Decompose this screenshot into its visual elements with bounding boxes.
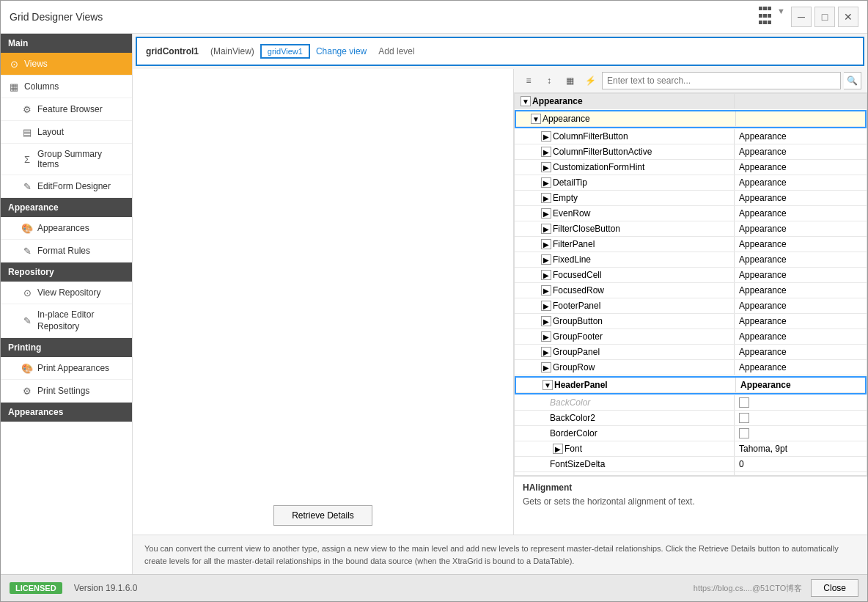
prop-row-columnfilterbutton[interactable]: ▶ ColumnFilterButton Appearance <box>515 129 867 144</box>
prop-row-empty[interactable]: ▶ Empty Appearance <box>515 191 867 206</box>
prop-row-evenrow[interactable]: ▶ EvenRow Appearance <box>515 206 867 221</box>
sidebar-item-columns[interactable]: ▦ Columns <box>1 76 132 98</box>
licensed-badge: LICENSED <box>10 582 62 594</box>
prop-row-fixedline[interactable]: ▶ FixedLine Appearance <box>515 252 867 268</box>
desc-title: HAlignment <box>523 482 858 493</box>
appearance-expand-btn[interactable]: ▼ <box>531 114 541 124</box>
close-title-button[interactable]: ✕ <box>838 7 858 27</box>
sidebar-item-layout[interactable]: ▤ Layout <box>1 121 132 144</box>
appearance-row[interactable]: ▼ Appearance <box>516 111 865 127</box>
change-view-link[interactable]: Change view <box>316 46 367 56</box>
prop-row-grouppanel[interactable]: ▶ GroupPanel Appearance <box>515 345 867 360</box>
expand-btn-13[interactable]: ▶ <box>541 316 551 326</box>
view-repository-label: View Repository <box>37 287 100 298</box>
expand-btn[interactable]: ▶ <box>541 131 551 142</box>
expand-btn-6[interactable]: ▶ <box>541 208 551 219</box>
expand-btn-11[interactable]: ▶ <box>541 285 551 296</box>
expand-btn-16[interactable]: ▶ <box>541 362 551 372</box>
prop-row-font[interactable]: ▶ Font Tahoma, 9pt <box>515 441 867 457</box>
prop-row-fontsizedelta[interactable]: FontSizeDelta 0 <box>515 457 867 472</box>
search-input[interactable] <box>602 72 841 89</box>
expand-btn-9[interactable]: ▶ <box>541 254 551 265</box>
sort-alpha-button[interactable]: ≡ <box>520 72 537 89</box>
view-repository-icon: ⊙ <box>21 287 33 298</box>
format-rules-icon: ✎ <box>21 245 33 257</box>
main-section-header[interactable]: Main <box>1 34 132 53</box>
prop-row-focusedcell[interactable]: ▶ FocusedCell Appearance <box>515 268 867 283</box>
repository-section-header[interactable]: Repository <box>1 263 132 282</box>
prop-row-backcolor2[interactable]: BackColor2 <box>515 411 867 426</box>
category-expand[interactable]: ▼ Appearance <box>515 94 735 109</box>
prop-row-footerpanel[interactable]: ▶ FooterPanel Appearance <box>515 298 867 314</box>
format-rules-label: Format Rules <box>37 246 90 256</box>
prop-row-customization[interactable]: ▶ CustomizationFormHint Appearance <box>515 160 867 175</box>
sidebar-item-print-appearances[interactable]: 🎨 Print Appearances <box>1 357 132 380</box>
category-name: Appearance <box>532 96 583 106</box>
sort-button[interactable]: ↕ <box>540 72 558 89</box>
minimize-button[interactable]: ─ <box>791 7 812 27</box>
views-icon: ⊙ <box>8 58 20 70</box>
sidebar-item-print-settings[interactable]: ⚙ Print Settings <box>1 380 132 403</box>
sidebar-item-editform[interactable]: ✎ EditForm Designer <box>1 175 132 198</box>
columns-icon: ▦ <box>8 81 20 92</box>
expand-btn-4[interactable]: ▶ <box>541 177 551 188</box>
appearances-icon: 🎨 <box>21 222 33 234</box>
expand-btn-2[interactable]: ▶ <box>541 147 551 157</box>
printing-section-header[interactable]: Printing <box>1 338 132 357</box>
inplace-editor-icon: ✎ <box>21 315 33 327</box>
add-level-link[interactable]: Add level <box>378 46 414 56</box>
appearances2-section-header[interactable]: Appearances <box>1 403 132 422</box>
prop-row-grouprow[interactable]: ▶ GroupRow Appearance <box>515 360 867 375</box>
footer-left: LICENSED Version 19.1.6.0 <box>10 582 137 594</box>
prop-row-bordercolor[interactable]: BorderColor <box>515 426 867 441</box>
editform-icon: ✎ <box>21 180 33 192</box>
prop-row-groupfooter[interactable]: ▶ GroupFooter Appearance <box>515 329 867 345</box>
expand-btn-font[interactable]: ▶ <box>553 444 563 454</box>
prop-row-columnfilterbuttonactive[interactable]: ▶ ColumnFilterButtonActive Appearance <box>515 144 867 160</box>
sidebar-item-appearances[interactable]: 🎨 Appearances <box>1 217 132 240</box>
view-header: gridControl1 (MainView) gridView1 Change… <box>136 37 864 66</box>
view-label: (MainView) <box>210 46 254 56</box>
sidebar-item-format-rules[interactable]: ✎ Format Rules <box>1 240 132 263</box>
prop-row-filterpanel[interactable]: ▶ FilterPanel Appearance <box>515 237 867 252</box>
prop-grid: ▼ Appearance ▼ Appearance <box>514 93 867 476</box>
headerpanel-highlighted-container: ▼ HeaderPanel Appearance <box>515 376 867 394</box>
expand-btn-3[interactable]: ▶ <box>541 162 551 172</box>
retrieve-details-button[interactable]: Retrieve Details <box>273 505 372 526</box>
title-controls: ▼ ─ □ ✕ <box>759 7 858 27</box>
sidebar-item-group-summary[interactable]: Σ Group Summary Items <box>1 144 132 175</box>
prop-row-backcolor[interactable]: BackColor <box>515 395 867 411</box>
sidebar-item-views[interactable]: ⊙ Views <box>1 53 132 76</box>
expand-btn-7[interactable]: ▶ <box>541 224 551 234</box>
prop-row-detailtip[interactable]: ▶ DetailTip Appearance <box>515 175 867 191</box>
sidebar-item-feature-browser[interactable]: ⚙ Feature Browser <box>1 98 132 121</box>
search-button[interactable]: 🔍 <box>844 72 861 89</box>
close-button[interactable]: Close <box>811 579 858 597</box>
expand-btn-10[interactable]: ▶ <box>541 270 551 280</box>
maximize-button[interactable]: □ <box>814 7 835 27</box>
expand-btn-12[interactable]: ▶ <box>541 301 551 311</box>
bottom-info-panel: You can convert the current view to anot… <box>133 535 867 574</box>
prop-row-filterclosebutton[interactable]: ▶ FilterCloseButton Appearance <box>515 221 867 237</box>
category-value <box>735 94 867 109</box>
prop-row-headerpanel[interactable]: ▼ HeaderPanel Appearance <box>516 378 865 393</box>
bordercolor-swatch <box>739 428 749 438</box>
expand-btn-15[interactable]: ▶ <box>541 347 551 357</box>
feature-browser-label: Feature Browser <box>37 104 103 114</box>
expand-btn-14[interactable]: ▶ <box>541 331 551 342</box>
view-name-badge[interactable]: gridView1 <box>260 44 310 59</box>
expand-btn-8[interactable]: ▶ <box>541 239 551 249</box>
grid-view-icon[interactable] <box>759 7 771 27</box>
action-button[interactable]: ⚡ <box>581 72 599 89</box>
expand-btn-5[interactable]: ▶ <box>541 193 551 203</box>
feature-browser-icon: ⚙ <box>21 103 33 115</box>
sidebar-item-view-repository[interactable]: ⊙ View Repository <box>1 282 132 304</box>
grid-view-button[interactable]: ▦ <box>561 72 578 89</box>
prop-row-groupbutton[interactable]: ▶ GroupButton Appearance <box>515 314 867 329</box>
dropdown-arrow[interactable]: ▼ <box>777 7 785 27</box>
sidebar-item-inplace-editor[interactable]: ✎ In-place Editor Repository <box>1 304 132 338</box>
category-expand-btn[interactable]: ▼ <box>521 96 531 106</box>
appearance-section-header[interactable]: Appearance <box>1 198 132 217</box>
expand-btn-headerpanel[interactable]: ▼ <box>542 380 553 390</box>
prop-row-focusedrow[interactable]: ▶ FocusedRow Appearance <box>515 283 867 298</box>
